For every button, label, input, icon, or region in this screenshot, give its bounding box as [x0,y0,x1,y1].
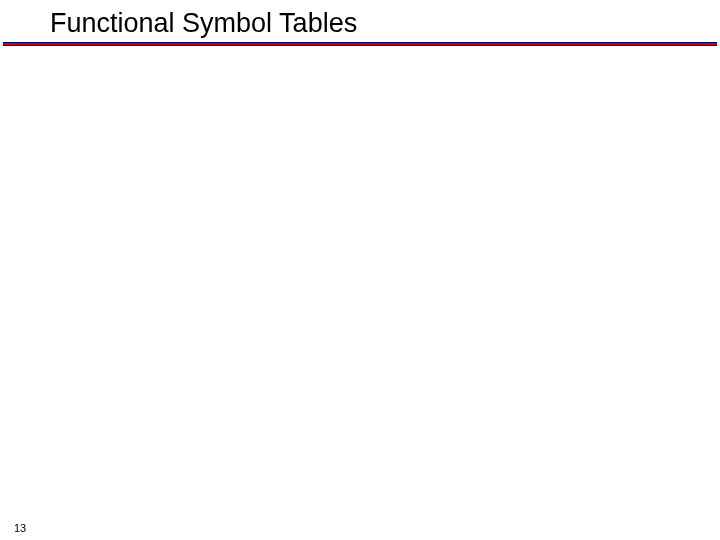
title-rule-inner [3,43,717,45]
slide-title: Functional Symbol Tables [50,8,357,39]
page-number: 13 [14,522,26,534]
